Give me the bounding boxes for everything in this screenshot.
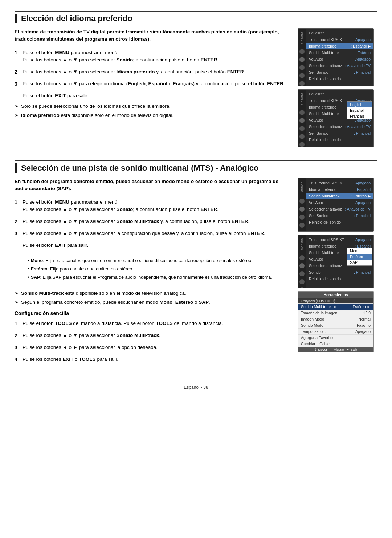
row7-label: Reinicio del sonido (309, 77, 341, 81)
section1-arrow1: ➢ Sólo se puede seleccionar uno de los i… (15, 103, 290, 110)
step3-text: Pulse los botones ▲ o ▼ para elegir un i… (23, 80, 285, 88)
section1-arrow2: ➢ Idioma preferido está disponible sólo … (15, 112, 290, 119)
sub-step4-num: 4 (15, 356, 20, 363)
m2-row5-value: : Altavoz de TV (345, 125, 371, 129)
tv-menu4-sidebar-label: Sonido (300, 238, 304, 250)
step2-text: Pulse los botones ▲ o ▼ para seleccionar… (23, 68, 245, 76)
row3-label: Sonido Multi-track (309, 50, 339, 55)
section1-intro: El sistema de transmisión de TV digital … (15, 28, 290, 43)
imagen-value: 16:9 (363, 311, 371, 315)
tv-menu1-sidebar: Sonido (298, 29, 306, 86)
section2-title: Selección de una pista de sonido multica… (15, 163, 377, 173)
tv-menu2-sidebar-label: Sonido (300, 93, 304, 105)
m3-row3-value: : Estéreo ▶ (351, 194, 371, 198)
m3-row6-label: Sel. Sonido (309, 213, 328, 218)
favoritos-label: Agregar a Favoritos (301, 335, 334, 340)
section2: Selección de una pista de sonido multica… (15, 160, 377, 368)
m4-row2-label: Idioma preferido (309, 244, 336, 248)
m2-row7-label: Reinicio del sonido (309, 138, 341, 142)
row6-value: : Principal (354, 70, 371, 74)
sub-step3-text: Pulse los botones ◄ o ► para seleccionar… (23, 344, 158, 351)
section1: Elección del idioma preferido El sistema… (15, 11, 377, 147)
imagen-modo-value: Normal (358, 317, 371, 321)
tools-header: Herramientas (298, 292, 373, 298)
sub-section: Configuración sencilla 1 Pulse el botón … (15, 310, 290, 363)
info-estereo: • Estéreo: Elija para canales que emiten… (28, 265, 285, 273)
m2-icon5 (299, 142, 305, 147)
row1-label: Trusurround SRS XT (309, 37, 344, 42)
tv-menu3-icons (299, 199, 305, 232)
s2-step2-text: Pulse los botones ▲ o ▼ para seleccionar… (23, 218, 249, 225)
tools-anynet: ▪ Anynet+(HDMI-CEC) (298, 298, 373, 304)
sonido-modo-value: Favorito (357, 323, 371, 327)
tv-menu1-icons (299, 49, 305, 86)
m2-header-label: Equalizer (309, 92, 324, 96)
tv-menu1-row5: Seleccionar altavoz : Altavoz de TV (306, 62, 373, 69)
row4-label: Vol.Auto (309, 57, 323, 61)
tv-tools-menu: Herramientas ▪ Anynet+(HDMI-CEC) Sonido … (298, 291, 374, 352)
icon5 (299, 81, 305, 86)
section2-arrow2: ➢ Según el programa concreto emitido, pu… (15, 299, 290, 306)
arrow1-sym: ➢ (15, 103, 19, 110)
m4-row3-label: Sonido Multi-track (309, 250, 339, 255)
imagen-label: Tamaño de la imagen : (301, 311, 339, 315)
step2-num: 2 (15, 68, 20, 76)
row5-value: : Altavoz de TV (345, 64, 371, 68)
tv-menu1-row2: Idioma preferido : Español ▶ (306, 43, 373, 49)
tv-menu3-content: Trusurround SRS XT : Apagado Idioma pref… (306, 178, 373, 227)
arrow2-text: Idioma preferido está disponible sólo en… (21, 112, 173, 119)
m3-icon5 (299, 231, 305, 232)
temp-value: Apagado (355, 329, 371, 334)
tv-menu1-row4: Vol.Auto : Apagado (306, 56, 373, 62)
tv-menu4: Sonido Trusurround SRS XT : Apagado (298, 235, 374, 288)
tv-menu2-row6: Sel. Sonido : Principal (306, 130, 373, 136)
s2-arrow2-sym: ➢ (15, 299, 19, 306)
m4-row5-label: Seleccionar altavoz (309, 264, 342, 268)
m3-icon4 (299, 223, 305, 228)
s2-arrow1-text: Sonido Multi-track está disponible sólo … (21, 290, 186, 297)
section2-step2: 2 Pulse los botones ▲ o ▼ para seleccion… (15, 218, 290, 225)
m2-icon4 (299, 134, 305, 139)
arrow1-text: Sólo se puede seleccionar uno de los idi… (21, 103, 171, 110)
tv-menu2-icons (299, 110, 305, 147)
section2-info-box: • Mono: Elija para canales que emiten en… (23, 253, 290, 286)
row6-label: Sel. Sonido (309, 70, 328, 74)
section2-step1: 1 Pulse el botón MENU para mostrar el me… (15, 199, 290, 214)
tools-row-temporizador: Temporizador : Apagado (298, 329, 373, 335)
tv-menu2: Sonido Equalizer Trusurro (298, 89, 374, 147)
tv-menu3-row7: Reinicio del sonido (306, 219, 373, 225)
m2-row6-label: Sel. Sonido (309, 131, 328, 135)
m3-row4-value: : Apagado (354, 200, 371, 205)
m4-row6-label: Sonido (309, 270, 321, 274)
sub-step2-text: Pulse los botones ▲ o ▼ para seleccionar… (23, 332, 160, 339)
tv-menu4-row7: Reinicio del sonido (306, 276, 373, 282)
m4-icon3 (299, 271, 305, 276)
tools-row-imagen: Tamaño de la imagen : 16:9 (298, 310, 373, 316)
imagen-modo-label: Imagen Modo (301, 317, 324, 321)
s2-step3-text: Pulse los botones ▲ o ▼ para seleccionar… (23, 230, 265, 237)
m4-row4-label: Vol.Auto (309, 257, 323, 261)
icon4 (299, 73, 305, 78)
tv-menu2-row5: Seleccionar altavoz : Altavoz de TV (306, 123, 373, 130)
tv-menu3: Sonido Trusurround SRS XT : Apagado (298, 178, 374, 232)
sub-step1: 1 Pulse el botón TOOLS del mando a dista… (15, 320, 290, 327)
tv-menu1-sidebar-label: Sonido (300, 32, 304, 44)
row4-value: : Apagado (354, 57, 371, 61)
section2-screenshots: Sonido Trusurround SRS XT : Apagado (298, 178, 377, 368)
tv-menu2-header: Equalizer (306, 91, 373, 97)
m3-row4-label: Vol.Auto (309, 200, 323, 205)
m2-row3-label: Sonido Multi-track (309, 111, 339, 116)
tools-row-sonido-modo: Sonido Modo Favorito (298, 322, 373, 329)
m3-row5-value: : Altavoz de TV (345, 207, 371, 211)
tv-menu4-sidebar: Sonido (298, 235, 306, 288)
m4-row6-value: : Principal (354, 270, 371, 274)
m4-row1-value: : Apagado (354, 237, 371, 242)
section2-intro: En función del programa concreto emitido… (15, 178, 290, 193)
tv-menu3-row5: Seleccionar altavoz : Altavoz de TV (306, 206, 373, 212)
step1-text: Pulse el botón MENU para mostrar el menú… (23, 49, 219, 64)
m3-icon2 (299, 207, 305, 212)
section1-step2: 2 Pulse los botones ▲ o ▼ para seleccion… (15, 68, 290, 76)
tv-menu3-row2: Idioma preferido : Español (306, 186, 373, 193)
anynet-label: ▪ Anynet+(HDMI-CEC) (301, 299, 335, 303)
m2-row6-value: : Principal (354, 131, 371, 135)
